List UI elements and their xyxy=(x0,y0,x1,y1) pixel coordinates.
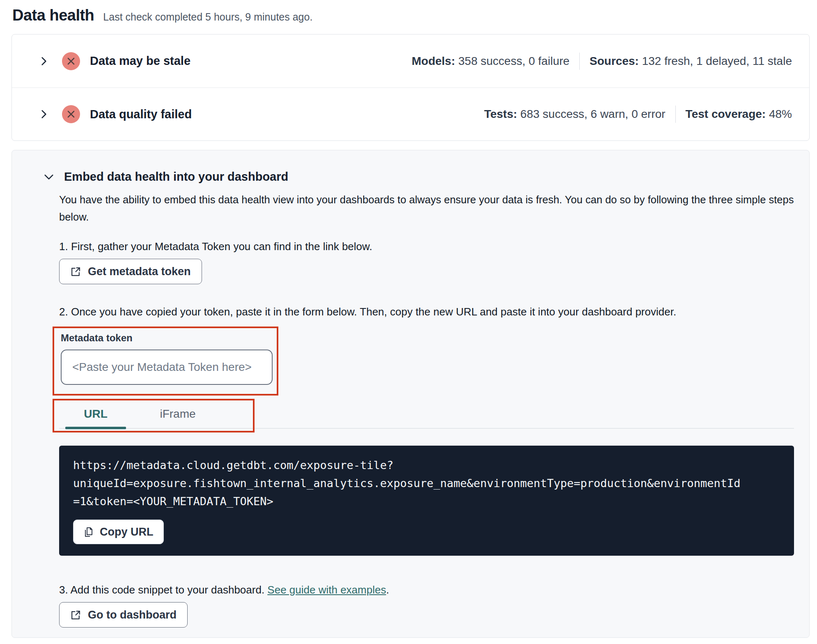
tests-stat: Tests: 683 success, 6 warn, 0 error xyxy=(484,108,665,121)
sources-stat: Sources: 132 fresh, 1 delayed, 11 stale xyxy=(590,55,792,68)
models-stat-label: Models: xyxy=(412,55,455,67)
coverage-stat-value: 48% xyxy=(769,108,792,120)
status-card: Data may be stale Models: 358 success, 0… xyxy=(11,34,810,141)
status-row-title: Data quality failed xyxy=(90,108,192,121)
embed-section-card: Embed data health into your dashboard Yo… xyxy=(11,150,810,638)
sources-stat-value: 132 fresh, 1 delayed, 11 stale xyxy=(642,55,792,67)
embed-url-code-block: https://metadata.cloud.getdbt.com/exposu… xyxy=(59,446,794,556)
step2-text: 2. Once you have copied your token, past… xyxy=(59,306,794,318)
tab-iframe[interactable]: iFrame xyxy=(147,399,208,429)
output-format-tabs: URL iFrame xyxy=(53,399,794,432)
last-check-status: Last check completed 5 hours, 9 minutes … xyxy=(103,11,312,23)
embed-section-title: Embed data health into your dashboard xyxy=(64,170,288,184)
step3-text: 3. Add this code snippet to your dashboa… xyxy=(59,584,794,596)
get-metadata-token-label: Get metadata token xyxy=(88,265,191,278)
metadata-token-input[interactable] xyxy=(61,350,273,385)
step3-suffix: . xyxy=(386,584,389,596)
step1-text: 1. First, gather your Metadata Token you… xyxy=(59,240,794,253)
models-stat: Models: 358 success, 0 failure xyxy=(412,55,569,68)
embed-description: You have the ability to embed this data … xyxy=(59,191,796,225)
metadata-token-label: Metadata token xyxy=(61,332,270,344)
embed-section-header[interactable]: Embed data health into your dashboard xyxy=(43,170,794,184)
stats-divider xyxy=(579,53,580,70)
error-x-circle-icon xyxy=(62,105,80,123)
chevron-right-icon xyxy=(38,108,50,120)
chevron-down-icon xyxy=(43,171,55,183)
status-row-quality: Data quality failed Tests: 683 success, … xyxy=(12,87,809,140)
error-x-circle-icon xyxy=(62,52,80,70)
copy-url-label: Copy URL xyxy=(100,526,154,538)
guide-examples-link[interactable]: See guide with examples xyxy=(267,584,386,596)
page-title: Data health xyxy=(12,7,94,24)
coverage-stat-label: Test coverage: xyxy=(686,108,766,120)
embed-url-line: =1&token=<YOUR_METADATA_TOKEN> xyxy=(73,492,780,511)
chevron-right-icon xyxy=(38,55,50,67)
models-stat-value: 358 success, 0 failure xyxy=(458,55,569,67)
go-to-dashboard-label: Go to dashboard xyxy=(88,609,177,621)
tests-stat-label: Tests: xyxy=(484,108,517,120)
tests-stat-value: 683 success, 6 warn, 0 error xyxy=(520,108,665,120)
embed-url-line: https://metadata.cloud.getdbt.com/exposu… xyxy=(73,456,780,474)
external-link-icon xyxy=(70,266,81,277)
embed-url-line: uniqueId=exposure.fishtown_internal_anal… xyxy=(73,474,780,492)
status-row-stats: Tests: 683 success, 6 warn, 0 error Test… xyxy=(484,106,792,123)
status-row-stale: Data may be stale Models: 358 success, 0… xyxy=(12,34,809,87)
sources-stat-label: Sources: xyxy=(590,55,639,67)
status-row-title: Data may be stale xyxy=(90,54,190,68)
coverage-stat: Test coverage: 48% xyxy=(686,108,792,121)
expand-quality-button[interactable] xyxy=(37,107,51,122)
external-link-icon xyxy=(70,610,81,621)
annotation-box-token: Metadata token xyxy=(53,327,278,396)
stats-divider xyxy=(675,106,676,123)
page-header: Data health Last check completed 5 hours… xyxy=(0,0,817,24)
copy-url-button[interactable]: Copy URL xyxy=(73,520,164,544)
get-metadata-token-button[interactable]: Get metadata token xyxy=(59,259,202,284)
go-to-dashboard-button[interactable]: Go to dashboard xyxy=(59,602,188,628)
copy-icon xyxy=(83,527,94,537)
step3-prefix: 3. Add this code snippet to your dashboa… xyxy=(59,584,267,596)
tab-url[interactable]: URL xyxy=(65,399,126,429)
expand-stale-button[interactable] xyxy=(37,54,51,69)
status-row-stats: Models: 358 success, 0 failure Sources: … xyxy=(412,53,792,70)
